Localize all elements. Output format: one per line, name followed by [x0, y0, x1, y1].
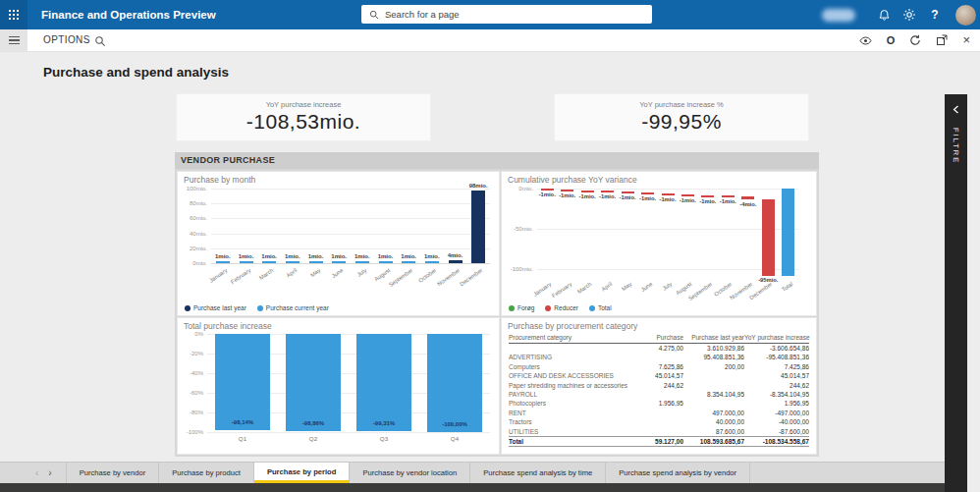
- gridline: [211, 218, 490, 219]
- bar-value-label: -100,00%: [427, 421, 482, 427]
- bar-september[interactable]: [701, 195, 714, 197]
- tab-purchase-by-vendor[interactable]: Purchase by vendor: [66, 463, 160, 483]
- tab-purchase-spend-analysis-by-vendor[interactable]: Purchase spend analysis by vendor: [606, 463, 750, 483]
- bar-january[interactable]: [541, 189, 554, 191]
- plot-area: 0mio.-50mio.-100mio.-1mio.-1mio.-1mio.-1…: [537, 189, 798, 277]
- x-tick-label: Q1: [228, 435, 257, 442]
- legend-item[interactable]: Purchase last year: [185, 304, 246, 311]
- user-avatar[interactable]: [955, 5, 976, 26]
- bar-march[interactable]: [262, 261, 276, 263]
- waffle-icon: [9, 10, 19, 20]
- table-row[interactable]: 4.275,003.610.929,86-3.606.654,86: [509, 344, 809, 354]
- chart-purchase-by-month[interactable]: Purchase by month 100mio.80mio.60mio.40m…: [178, 172, 499, 315]
- environment-badge-blurred: [822, 9, 855, 22]
- bar-october[interactable]: [722, 195, 735, 197]
- bar-december[interactable]: [762, 199, 775, 276]
- bar-september[interactable]: [402, 261, 415, 263]
- kpi-card-yoy-purchase-increase[interactable]: YoY purchase increase -108,53mio.: [177, 94, 430, 140]
- tab-purchase-by-product[interactable]: Purchase by product: [159, 463, 254, 483]
- table-row[interactable]: Photocopiers1.956,951.956,95: [509, 399, 809, 408]
- tab-purchase-by-vendor-location[interactable]: Purchase by vendor location: [350, 463, 470, 483]
- bar-june[interactable]: [332, 261, 346, 263]
- table-purchase-by-procurement-category[interactable]: Purchase by procurement category Procure…: [502, 318, 816, 454]
- column-header[interactable]: Purchase: [634, 334, 683, 344]
- bar-q3[interactable]: [356, 334, 411, 431]
- legend-item[interactable]: Purchase current year: [257, 304, 329, 311]
- legend-item[interactable]: Total: [589, 304, 612, 311]
- y-tick-label: 80mio.: [190, 200, 207, 206]
- notifications-button[interactable]: [871, 0, 897, 29]
- bar-q1[interactable]: [215, 334, 270, 430]
- table-cell: 95.408.851,36: [683, 353, 744, 361]
- legend-item[interactable]: Forøg: [509, 304, 534, 311]
- kpi-value: -99,95%: [555, 110, 808, 134]
- bar-august[interactable]: [379, 261, 393, 263]
- table-row[interactable]: UTILITIES87.600,00-87.600,00: [509, 427, 809, 437]
- bar-july[interactable]: [355, 261, 369, 263]
- column-header[interactable]: YoY purchase increase: [744, 334, 809, 344]
- personalize-view-button[interactable]: [859, 36, 872, 45]
- eye-icon: [859, 36, 872, 45]
- bar-december[interactable]: [471, 191, 485, 263]
- app-launcher-button[interactable]: [0, 0, 27, 29]
- expand-filters-button[interactable]: [945, 100, 967, 118]
- chart-total-purchase-increase[interactable]: Total purchase increase 0%-20%-40%-60%-8…: [178, 318, 499, 454]
- bar-november[interactable]: [741, 196, 754, 199]
- filter-panel-collapsed[interactable]: FILTRE: [945, 94, 967, 492]
- column-header[interactable]: Purchase last year: [683, 334, 744, 344]
- bar-april[interactable]: [601, 191, 614, 192]
- plot-area: 100mio.80mio.60mio.40mio.20mio.0mio.1mio…: [211, 189, 490, 263]
- table-row[interactable]: RENT497.000,00-497.000,00: [509, 409, 809, 417]
- tab-purchase-by-period[interactable]: Purchase by period: [254, 463, 350, 483]
- bar-q2[interactable]: [286, 334, 341, 431]
- bar-march[interactable]: [581, 191, 594, 192]
- bar-august[interactable]: [681, 194, 694, 196]
- table-row[interactable]: ADVERTISING95.408.851,36-95.408.851,36: [509, 353, 809, 361]
- table-cell: [634, 417, 683, 426]
- table-cell: PAYROLL: [509, 390, 634, 399]
- tab-scroll-left-icon[interactable]: ‹: [35, 467, 38, 478]
- legend-dot: [589, 305, 595, 311]
- bar-total[interactable]: [782, 189, 794, 276]
- open-in-office-button[interactable]: O: [887, 34, 896, 46]
- table-cell: UTILITIES: [509, 427, 634, 437]
- table-row[interactable]: Tractors40.000,00-40.000,00: [509, 417, 809, 426]
- app-title: Finance and Operations Preview: [41, 0, 216, 29]
- table-header-row: Procurement categoryPurchasePurchase las…: [509, 334, 809, 344]
- table-cell: RENT: [509, 409, 634, 417]
- tab-scroll-right-icon[interactable]: ›: [48, 467, 51, 478]
- bar-february[interactable]: [561, 190, 573, 191]
- table-row[interactable]: PAYROLL8.354.104,95-8.354.104,95: [509, 390, 809, 399]
- bar-q4[interactable]: [427, 334, 482, 432]
- bar-february[interactable]: [240, 261, 253, 263]
- bar-november[interactable]: [449, 260, 463, 263]
- bar-april[interactable]: [286, 261, 299, 263]
- table-row[interactable]: Total59.127,00108.593.685,67-108.534.558…: [509, 437, 809, 447]
- kpi-card-yoy-purchase-increase-pct[interactable]: YoY purchase increase % -99,95%: [555, 94, 808, 140]
- bar-july[interactable]: [662, 193, 675, 195]
- gridline: [537, 229, 798, 230]
- nav-menu-toggle[interactable]: [0, 29, 27, 51]
- options-menu[interactable]: OPTIONS: [43, 29, 90, 51]
- open-in-new-window-button[interactable]: [936, 34, 948, 46]
- help-button[interactable]: ?: [922, 0, 948, 29]
- action-search-button[interactable]: [94, 33, 106, 51]
- table-row[interactable]: Paper shredding machines or accessories2…: [509, 381, 809, 390]
- table-row[interactable]: OFFICE AND DESK ACCESSORIES45.014,5745.0…: [509, 371, 809, 380]
- column-header[interactable]: Procurement category: [509, 334, 634, 344]
- bar-june[interactable]: [641, 192, 654, 194]
- close-page-button[interactable]: ×: [962, 29, 970, 51]
- table-cell: 1.956,95: [634, 399, 683, 408]
- bar-october[interactable]: [425, 261, 439, 263]
- chart-cumulative-yoy-variance[interactable]: Cumulative purchase YoY variance 0mio.-5…: [502, 172, 816, 315]
- refresh-button[interactable]: [909, 34, 921, 46]
- table-row[interactable]: Computers7.625,86200,007.425,86: [509, 362, 809, 371]
- bar-january[interactable]: [216, 261, 230, 263]
- bar-may[interactable]: [622, 191, 634, 193]
- tab-purchase-spend-analysis-by-time[interactable]: Purchase spend analysis by time: [470, 463, 606, 483]
- page-search-input[interactable]: Search for a page: [361, 5, 652, 24]
- bar-may[interactable]: [309, 261, 323, 263]
- legend-item[interactable]: Reducer: [545, 304, 578, 311]
- table-cell: 244,62: [744, 381, 809, 390]
- settings-button[interactable]: [897, 0, 922, 29]
